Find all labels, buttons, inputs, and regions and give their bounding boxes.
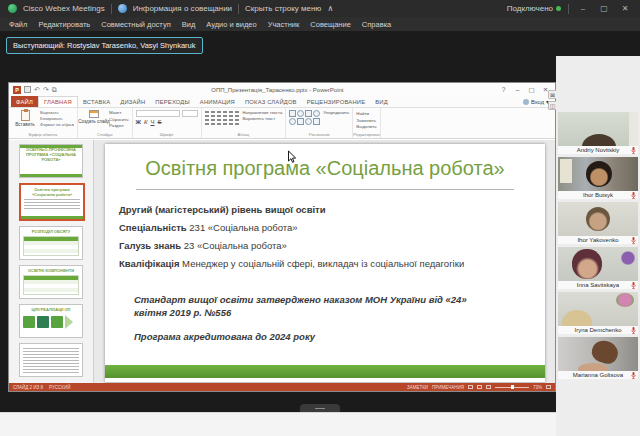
divider — [111, 4, 112, 14]
powerpoint-statusbar: СЛАЙД 2 ИЗ 8 РУССКИЙ ЗАМЕТКИ ПРИМЕЧАНИЯ … — [9, 383, 555, 391]
slide-editor-area: Освітня програма «Соціальна робота» Друг… — [94, 140, 555, 383]
slide-counter: СЛАЙД 2 ИЗ 8 — [13, 385, 43, 390]
slide-line: Кваліфікація Менеджер у соціальній сфері… — [119, 255, 535, 273]
ppt-minimize-button[interactable]: – — [512, 86, 523, 93]
menu-file[interactable]: Файл — [9, 20, 27, 29]
find-button[interactable]: Найти — [356, 111, 376, 117]
muted-mic-icon — [631, 282, 636, 289]
slide-thumbnail-3[interactable]: РОЗПОДІЛ ОБСЯГУ — [19, 226, 83, 260]
meeting-info-button[interactable]: Информация о совещании — [133, 4, 232, 13]
slideshow-icon[interactable]: ⧉ — [52, 86, 57, 93]
meeting-info-icon — [118, 4, 127, 13]
redo-icon[interactable]: ↷ — [43, 86, 49, 93]
tab-review[interactable]: РЕЦЕНЗИРОВАНИЕ — [302, 96, 371, 107]
text-direction-button[interactable]: Направление текста — [243, 110, 283, 115]
tab-insert[interactable]: ВСТАВКА — [78, 96, 115, 107]
bold-button[interactable]: Ж — [136, 119, 141, 125]
participant-tile[interactable]: Ihor Butsyk — [558, 157, 638, 199]
comments-button[interactable]: ПРИМЕЧАНИЯ — [432, 385, 464, 390]
slide-thumbnail-5[interactable]: ЦІЛІ РЕАЛІЗАЦІЇ ОП — [19, 304, 83, 338]
connected-dot-icon — [556, 6, 561, 11]
tab-view[interactable]: ВИД — [370, 96, 393, 107]
font-size-box[interactable] — [182, 110, 198, 117]
tab-animations[interactable]: АНИМАЦИЯ — [195, 96, 240, 107]
ppt-help-button[interactable]: ? — [498, 86, 509, 93]
muted-mic-icon — [631, 192, 636, 199]
hide-menu-button[interactable]: Скрыть строку меню — [245, 4, 321, 13]
select-button[interactable]: Выделить — [356, 124, 376, 130]
slide-thumbnail-4[interactable]: ОСВІТНІ КОМПОНЕНТИ — [19, 265, 83, 299]
slideshow-view-icon[interactable] — [486, 385, 491, 389]
background-detail — [578, 363, 608, 371]
webex-titlebar: Cisco Webex Meetings Информация о совеща… — [0, 0, 640, 17]
background-detail — [629, 112, 638, 146]
menu-audio-video[interactable]: Аудио и видео — [206, 20, 256, 29]
participant-video — [558, 202, 638, 236]
notes-button[interactable]: ЗАМЕТКИ — [407, 385, 428, 390]
tab-transitions[interactable]: ПЕРЕХОДЫ — [150, 96, 194, 107]
italic-button[interactable]: К — [144, 119, 148, 125]
list-align-buttons[interactable] — [205, 111, 239, 131]
zoom-level[interactable]: 73% — [533, 385, 542, 390]
ribbon-tab-strip: ФАЙЛ ГЛАВНАЯ ВСТАВКА ДИЗАЙН ПЕРЕХОДЫ АНИ… — [9, 96, 555, 108]
slide-thumbnail-6[interactable] — [19, 343, 83, 377]
zoom-slider[interactable] — [495, 387, 529, 388]
paste-button[interactable]: Вставить — [12, 110, 38, 131]
participant-name-bar: Iryna Demchenko — [558, 326, 638, 334]
ribbon: Вставить Вырезать Копировать Формат по о… — [9, 108, 555, 139]
ppt-maximize-button[interactable]: ▢ — [526, 86, 537, 94]
slides-group: Создать слайд Макет Сбросить Раздел Слай… — [78, 108, 133, 138]
align-text-button[interactable]: Выровнять текст — [243, 116, 283, 121]
arrange-button[interactable]: Упорядочить — [323, 110, 349, 116]
chevron-up-icon[interactable]: ∧ — [327, 4, 333, 13]
close-button[interactable]: ✕ — [618, 4, 632, 13]
maximize-button[interactable]: ▢ — [597, 4, 611, 13]
tab-slideshow[interactable]: ПОКАЗ СЛАЙДОВ — [240, 96, 302, 107]
participant-name-bar: Inna Savitskaya — [558, 281, 638, 289]
font-name-box[interactable] — [136, 110, 180, 117]
powerpoint-window: P ↶ ↷ ⧉ ОПП_Презентація_Тарасенко.pptx -… — [8, 82, 556, 392]
participant-video — [558, 292, 638, 326]
new-slide-button[interactable]: Создать слайд — [81, 110, 107, 131]
menu-meeting[interactable]: Совещание — [310, 20, 351, 29]
mouse-cursor — [287, 150, 297, 164]
menu-help[interactable]: Справка — [362, 20, 391, 29]
save-icon[interactable] — [24, 86, 31, 93]
replace-button[interactable]: Заменить — [356, 118, 376, 124]
menu-edit[interactable]: Редактировать — [38, 20, 90, 29]
menu-view[interactable]: Вид — [182, 20, 196, 29]
language-indicator[interactable]: РУССКИЙ — [49, 385, 70, 390]
menu-participant[interactable]: Участник — [268, 20, 300, 29]
person-silhouette — [582, 134, 616, 146]
participants-panel: Andriy Novitskiy Ihor Butsyk — [556, 56, 640, 436]
undo-icon[interactable]: ↶ — [34, 86, 40, 93]
slide-thumbnail-2-selected[interactable]: Освітня програма «Соціальна робота» — [19, 183, 85, 221]
format-painter-button[interactable]: Формат по образцу — [40, 122, 74, 128]
clipboard-group: Вставить Вырезать Копировать Формат по о… — [9, 108, 78, 138]
reset-button[interactable]: Сбросить — [109, 117, 129, 123]
normal-view-icon[interactable] — [468, 385, 473, 389]
shapes-gallery[interactable] — [289, 110, 320, 131]
layout-button[interactable]: Макет — [109, 110, 129, 116]
background-detail — [560, 159, 572, 183]
menu-share[interactable]: Совместный доступ — [101, 20, 170, 29]
section-button[interactable]: Раздел — [109, 123, 129, 129]
clipboard-icon — [21, 110, 30, 121]
slide-thumbnail-1[interactable]: ОСВІТНЬО-ПРОФЕСІЙНА ПРОГРАМА «СОЦІАЛЬНА … — [19, 144, 83, 178]
participant-name-bar: Ihor Yakovenko — [558, 236, 638, 244]
strikethrough-button[interactable]: S — [158, 119, 162, 125]
participant-tile[interactable]: Inna Savitskaya — [558, 247, 638, 289]
minimize-button[interactable]: – — [576, 4, 590, 13]
tab-home[interactable]: ГЛАВНАЯ — [38, 96, 78, 107]
tab-design[interactable]: ДИЗАЙН — [115, 96, 150, 107]
fit-slide-icon[interactable] — [546, 385, 551, 389]
participant-tile[interactable]: Ihor Yakovenko — [558, 202, 638, 244]
slide-sorter-icon[interactable] — [477, 385, 482, 389]
participant-tile[interactable]: Marianna Goltsova — [558, 337, 638, 379]
participant-tile[interactable]: Iryna Demchenko — [558, 292, 638, 334]
paragraph-group: Направление текста Выровнять текст Абзац — [202, 108, 287, 138]
participant-tile[interactable]: Andriy Novitskiy — [558, 112, 638, 154]
new-slide-icon — [89, 110, 99, 118]
underline-button[interactable]: Ч — [151, 119, 155, 125]
tab-file[interactable]: ФАЙЛ — [11, 96, 38, 107]
